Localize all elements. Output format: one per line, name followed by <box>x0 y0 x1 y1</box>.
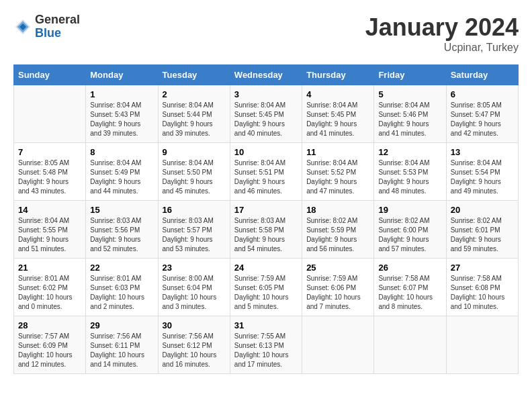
day-number: 13 <box>451 147 514 157</box>
day-number: 11 <box>306 147 369 157</box>
day-info: Sunrise: 8:04 AM Sunset: 5:44 PM Dayligh… <box>163 101 214 137</box>
calendar-week-row: 28Sunrise: 7:57 AM Sunset: 6:09 PM Dayli… <box>14 316 519 374</box>
calendar-cell: 16Sunrise: 8:03 AM Sunset: 5:57 PM Dayli… <box>158 201 230 259</box>
calendar-cell: 15Sunrise: 8:03 AM Sunset: 5:56 PM Dayli… <box>86 201 158 259</box>
calendar-cell: 3Sunrise: 8:04 AM Sunset: 5:45 PM Daylig… <box>230 85 302 143</box>
day-number: 31 <box>234 320 298 330</box>
logo: General Blue <box>13 13 80 40</box>
calendar-cell <box>302 316 374 374</box>
day-number: 29 <box>90 320 153 330</box>
day-info: Sunrise: 8:04 AM Sunset: 5:52 PM Dayligh… <box>306 159 357 195</box>
day-info: Sunrise: 8:04 AM Sunset: 5:54 PM Dayligh… <box>451 159 502 195</box>
day-info: Sunrise: 7:55 AM Sunset: 6:13 PM Dayligh… <box>234 332 289 368</box>
day-number: 24 <box>234 263 298 273</box>
day-number: 4 <box>306 89 369 99</box>
day-number: 1 <box>90 89 153 99</box>
day-number: 25 <box>306 263 369 273</box>
month-year: January 2024 <box>365 13 519 42</box>
calendar-cell: 10Sunrise: 8:04 AM Sunset: 5:51 PM Dayli… <box>230 143 302 201</box>
calendar-cell: 7Sunrise: 8:05 AM Sunset: 5:48 PM Daylig… <box>14 143 86 201</box>
calendar-cell: 8Sunrise: 8:04 AM Sunset: 5:49 PM Daylig… <box>86 143 158 201</box>
title-block: January 2024 Ucpinar, Turkey <box>365 13 519 54</box>
day-number: 6 <box>451 89 514 99</box>
day-number: 16 <box>163 205 226 215</box>
day-info: Sunrise: 7:58 AM Sunset: 6:07 PM Dayligh… <box>378 275 433 310</box>
header-friday: Friday <box>374 65 446 85</box>
calendar-cell: 22Sunrise: 8:01 AM Sunset: 6:03 PM Dayli… <box>86 259 158 316</box>
day-info: Sunrise: 8:04 AM Sunset: 5:51 PM Dayligh… <box>234 159 285 195</box>
header-thursday: Thursday <box>302 65 374 85</box>
day-info: Sunrise: 8:04 AM Sunset: 5:46 PM Dayligh… <box>378 101 429 137</box>
day-number: 21 <box>18 263 81 273</box>
day-info: Sunrise: 8:00 AM Sunset: 6:04 PM Dayligh… <box>163 275 217 310</box>
calendar-week-row: 21Sunrise: 8:01 AM Sunset: 6:02 PM Dayli… <box>14 259 519 316</box>
logo-general: General <box>35 13 80 27</box>
day-number: 9 <box>163 147 226 157</box>
header-tuesday: Tuesday <box>158 65 230 85</box>
day-number: 26 <box>378 263 441 273</box>
day-info: Sunrise: 8:05 AM Sunset: 5:48 PM Dayligh… <box>18 159 69 195</box>
day-number: 5 <box>378 89 441 99</box>
day-number: 14 <box>18 205 81 215</box>
logo-icon <box>13 17 32 36</box>
header-wednesday: Wednesday <box>230 65 302 85</box>
calendar-table: SundayMondayTuesdayWednesdayThursdayFrid… <box>13 64 519 374</box>
calendar-header-row: SundayMondayTuesdayWednesdayThursdayFrid… <box>14 65 519 85</box>
day-info: Sunrise: 7:56 AM Sunset: 6:12 PM Dayligh… <box>163 332 217 368</box>
day-info: Sunrise: 8:02 AM Sunset: 5:59 PM Dayligh… <box>306 217 357 253</box>
day-number: 23 <box>163 263 226 273</box>
day-info: Sunrise: 8:04 AM Sunset: 5:43 PM Dayligh… <box>90 101 141 137</box>
header-sunday: Sunday <box>14 65 86 85</box>
calendar-cell: 24Sunrise: 7:59 AM Sunset: 6:05 PM Dayli… <box>230 259 302 316</box>
day-info: Sunrise: 8:03 AM Sunset: 5:56 PM Dayligh… <box>90 217 141 253</box>
day-number: 10 <box>234 147 298 157</box>
day-info: Sunrise: 8:02 AM Sunset: 6:00 PM Dayligh… <box>378 217 429 253</box>
day-number: 15 <box>90 205 153 215</box>
calendar-cell <box>374 316 446 374</box>
header-saturday: Saturday <box>446 65 518 85</box>
day-number: 20 <box>451 205 514 215</box>
day-info: Sunrise: 8:04 AM Sunset: 5:55 PM Dayligh… <box>18 217 69 253</box>
calendar-cell: 14Sunrise: 8:04 AM Sunset: 5:55 PM Dayli… <box>14 201 86 259</box>
calendar-cell: 18Sunrise: 8:02 AM Sunset: 5:59 PM Dayli… <box>302 201 374 259</box>
calendar-cell: 4Sunrise: 8:04 AM Sunset: 5:45 PM Daylig… <box>302 85 374 143</box>
logo-text: General Blue <box>35 13 80 40</box>
day-number: 17 <box>234 205 298 215</box>
calendar-cell: 19Sunrise: 8:02 AM Sunset: 6:00 PM Dayli… <box>374 201 446 259</box>
day-info: Sunrise: 8:02 AM Sunset: 6:01 PM Dayligh… <box>451 217 502 253</box>
calendar-cell <box>446 316 518 374</box>
calendar-cell: 25Sunrise: 7:59 AM Sunset: 6:06 PM Dayli… <box>302 259 374 316</box>
header-monday: Monday <box>86 65 158 85</box>
day-info: Sunrise: 7:59 AM Sunset: 6:06 PM Dayligh… <box>306 275 361 310</box>
day-info: Sunrise: 8:04 AM Sunset: 5:45 PM Dayligh… <box>306 101 357 137</box>
calendar-cell: 20Sunrise: 8:02 AM Sunset: 6:01 PM Dayli… <box>446 201 518 259</box>
calendar-cell: 2Sunrise: 8:04 AM Sunset: 5:44 PM Daylig… <box>158 85 230 143</box>
calendar-cell: 29Sunrise: 7:56 AM Sunset: 6:11 PM Dayli… <box>86 316 158 374</box>
calendar-week-row: 14Sunrise: 8:04 AM Sunset: 5:55 PM Dayli… <box>14 201 519 259</box>
calendar-cell: 5Sunrise: 8:04 AM Sunset: 5:46 PM Daylig… <box>374 85 446 143</box>
day-info: Sunrise: 7:57 AM Sunset: 6:09 PM Dayligh… <box>18 332 73 368</box>
day-number: 27 <box>451 263 514 273</box>
calendar-cell: 28Sunrise: 7:57 AM Sunset: 6:09 PM Dayli… <box>14 316 86 374</box>
day-info: Sunrise: 8:05 AM Sunset: 5:47 PM Dayligh… <box>451 101 502 137</box>
day-info: Sunrise: 7:56 AM Sunset: 6:11 PM Dayligh… <box>90 332 144 368</box>
calendar-cell: 9Sunrise: 8:04 AM Sunset: 5:50 PM Daylig… <box>158 143 230 201</box>
day-number: 30 <box>163 320 226 330</box>
day-number: 3 <box>234 89 298 99</box>
calendar-cell: 11Sunrise: 8:04 AM Sunset: 5:52 PM Dayli… <box>302 143 374 201</box>
day-info: Sunrise: 8:04 AM Sunset: 5:50 PM Dayligh… <box>163 159 214 195</box>
day-info: Sunrise: 8:03 AM Sunset: 5:58 PM Dayligh… <box>234 217 285 253</box>
day-info: Sunrise: 8:04 AM Sunset: 5:45 PM Dayligh… <box>234 101 285 137</box>
day-info: Sunrise: 8:01 AM Sunset: 6:03 PM Dayligh… <box>90 275 144 310</box>
calendar-week-row: 1Sunrise: 8:04 AM Sunset: 5:43 PM Daylig… <box>14 85 519 143</box>
calendar-cell: 31Sunrise: 7:55 AM Sunset: 6:13 PM Dayli… <box>230 316 302 374</box>
day-number: 22 <box>90 263 153 273</box>
calendar-cell: 30Sunrise: 7:56 AM Sunset: 6:12 PM Dayli… <box>158 316 230 374</box>
calendar-cell: 1Sunrise: 8:04 AM Sunset: 5:43 PM Daylig… <box>86 85 158 143</box>
day-info: Sunrise: 7:58 AM Sunset: 6:08 PM Dayligh… <box>451 275 505 310</box>
calendar-cell: 23Sunrise: 8:00 AM Sunset: 6:04 PM Dayli… <box>158 259 230 316</box>
day-number: 2 <box>163 89 226 99</box>
calendar-week-row: 7Sunrise: 8:05 AM Sunset: 5:48 PM Daylig… <box>14 143 519 201</box>
calendar-cell: 21Sunrise: 8:01 AM Sunset: 6:02 PM Dayli… <box>14 259 86 316</box>
day-info: Sunrise: 7:59 AM Sunset: 6:05 PM Dayligh… <box>234 275 289 310</box>
